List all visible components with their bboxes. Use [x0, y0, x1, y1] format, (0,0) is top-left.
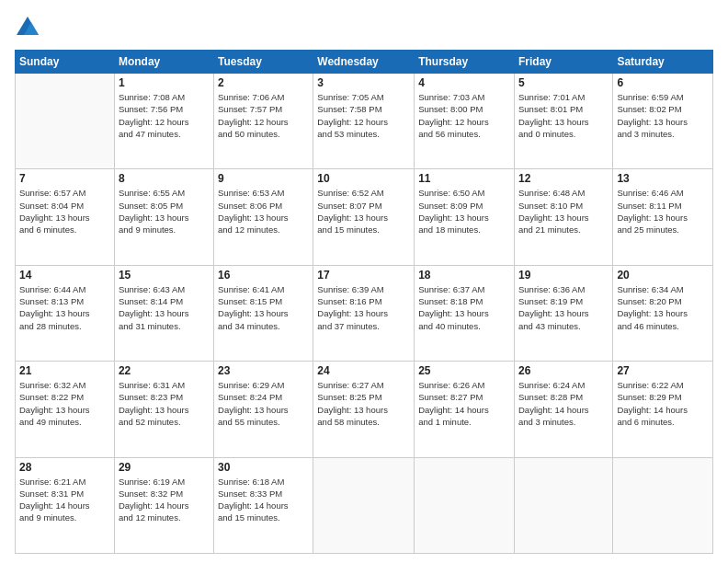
day-number: 29 [119, 461, 210, 474]
calendar-week-row: 21Sunrise: 6:32 AM Sunset: 8:22 PM Dayli… [16, 362, 713, 457]
calendar-week-row: 1Sunrise: 7:08 AM Sunset: 7:56 PM Daylig… [16, 74, 713, 169]
calendar-cell: 6Sunrise: 6:59 AM Sunset: 8:02 PM Daylig… [613, 74, 713, 169]
day-info: Sunrise: 6:39 AM Sunset: 8:16 PM Dayligh… [317, 283, 410, 332]
calendar-cell: 22Sunrise: 6:31 AM Sunset: 8:23 PM Dayli… [114, 362, 213, 457]
calendar-table: SundayMondayTuesdayWednesdayThursdayFrid… [15, 50, 713, 554]
calendar-cell: 30Sunrise: 6:18 AM Sunset: 8:33 PM Dayli… [214, 457, 313, 553]
calendar-header-friday: Friday [514, 51, 612, 74]
day-info: Sunrise: 6:32 AM Sunset: 8:22 PM Dayligh… [19, 379, 110, 428]
calendar-cell: 15Sunrise: 6:43 AM Sunset: 8:14 PM Dayli… [114, 265, 213, 361]
day-number: 20 [617, 269, 709, 282]
day-info: Sunrise: 6:48 AM Sunset: 8:10 PM Dayligh… [518, 187, 609, 236]
calendar-cell [16, 74, 115, 169]
calendar-cell: 25Sunrise: 6:26 AM Sunset: 8:27 PM Dayli… [415, 362, 515, 457]
calendar-cell: 10Sunrise: 6:52 AM Sunset: 8:07 PM Dayli… [313, 169, 415, 265]
day-info: Sunrise: 7:08 AM Sunset: 7:56 PM Dayligh… [119, 91, 210, 140]
day-info: Sunrise: 6:18 AM Sunset: 8:33 PM Dayligh… [218, 476, 309, 524]
day-number: 27 [617, 364, 709, 377]
calendar-header-sunday: Sunday [16, 51, 115, 74]
day-info: Sunrise: 6:24 AM Sunset: 8:28 PM Dayligh… [518, 379, 609, 428]
day-info: Sunrise: 7:06 AM Sunset: 7:57 PM Dayligh… [218, 91, 309, 140]
day-info: Sunrise: 6:41 AM Sunset: 8:15 PM Dayligh… [218, 283, 309, 332]
logo [15, 15, 42, 40]
calendar-header-tuesday: Tuesday [214, 51, 313, 74]
calendar-cell: 14Sunrise: 6:44 AM Sunset: 8:13 PM Dayli… [16, 265, 115, 361]
calendar-cell: 20Sunrise: 6:34 AM Sunset: 8:20 PM Dayli… [613, 265, 713, 361]
day-number: 21 [19, 364, 110, 377]
calendar-cell: 9Sunrise: 6:53 AM Sunset: 8:06 PM Daylig… [214, 169, 313, 265]
day-info: Sunrise: 6:21 AM Sunset: 8:31 PM Dayligh… [19, 476, 110, 524]
day-number: 23 [218, 364, 309, 377]
day-number: 6 [617, 76, 709, 89]
day-number: 28 [19, 461, 110, 474]
calendar-cell: 11Sunrise: 6:50 AM Sunset: 8:09 PM Dayli… [415, 169, 515, 265]
calendar-cell: 3Sunrise: 7:05 AM Sunset: 7:58 PM Daylig… [313, 74, 415, 169]
day-info: Sunrise: 6:19 AM Sunset: 8:32 PM Dayligh… [119, 476, 210, 524]
calendar-cell [514, 457, 612, 553]
day-number: 30 [218, 461, 309, 474]
day-info: Sunrise: 6:43 AM Sunset: 8:14 PM Dayligh… [119, 283, 210, 332]
calendar-header-saturday: Saturday [613, 51, 713, 74]
day-info: Sunrise: 6:50 AM Sunset: 8:09 PM Dayligh… [418, 187, 510, 236]
calendar-cell: 1Sunrise: 7:08 AM Sunset: 7:56 PM Daylig… [114, 74, 213, 169]
day-number: 26 [518, 364, 609, 377]
calendar-cell: 29Sunrise: 6:19 AM Sunset: 8:32 PM Dayli… [114, 457, 213, 553]
day-number: 13 [617, 172, 709, 185]
calendar-cell: 27Sunrise: 6:22 AM Sunset: 8:29 PM Dayli… [613, 362, 713, 457]
calendar-cell [415, 457, 515, 553]
day-number: 15 [119, 269, 210, 282]
day-number: 16 [218, 269, 309, 282]
day-info: Sunrise: 7:01 AM Sunset: 8:01 PM Dayligh… [518, 91, 609, 140]
day-info: Sunrise: 6:31 AM Sunset: 8:23 PM Dayligh… [119, 379, 210, 428]
day-info: Sunrise: 6:34 AM Sunset: 8:20 PM Dayligh… [617, 283, 709, 332]
day-number: 1 [119, 76, 210, 89]
calendar-cell: 13Sunrise: 6:46 AM Sunset: 8:11 PM Dayli… [613, 169, 713, 265]
day-info: Sunrise: 6:26 AM Sunset: 8:27 PM Dayligh… [418, 379, 510, 428]
day-number: 9 [218, 172, 309, 185]
day-number: 3 [317, 76, 410, 89]
calendar-header-thursday: Thursday [415, 51, 515, 74]
day-info: Sunrise: 6:55 AM Sunset: 8:05 PM Dayligh… [119, 187, 210, 236]
day-info: Sunrise: 6:36 AM Sunset: 8:19 PM Dayligh… [518, 283, 609, 332]
day-number: 14 [19, 269, 110, 282]
day-info: Sunrise: 7:05 AM Sunset: 7:58 PM Dayligh… [317, 91, 410, 140]
day-info: Sunrise: 6:44 AM Sunset: 8:13 PM Dayligh… [19, 283, 110, 332]
day-number: 2 [218, 76, 309, 89]
day-info: Sunrise: 6:57 AM Sunset: 8:04 PM Dayligh… [19, 187, 110, 236]
calendar-cell: 4Sunrise: 7:03 AM Sunset: 8:00 PM Daylig… [415, 74, 515, 169]
day-number: 5 [518, 76, 609, 89]
day-info: Sunrise: 6:29 AM Sunset: 8:24 PM Dayligh… [218, 379, 309, 428]
day-number: 12 [518, 172, 609, 185]
calendar-cell: 28Sunrise: 6:21 AM Sunset: 8:31 PM Dayli… [16, 457, 115, 553]
calendar-header-monday: Monday [114, 51, 213, 74]
day-number: 19 [518, 269, 609, 282]
day-info: Sunrise: 6:53 AM Sunset: 8:06 PM Dayligh… [218, 187, 309, 236]
calendar-week-row: 28Sunrise: 6:21 AM Sunset: 8:31 PM Dayli… [16, 457, 713, 553]
header [15, 15, 713, 40]
day-info: Sunrise: 7:03 AM Sunset: 8:00 PM Dayligh… [418, 91, 510, 140]
day-number: 10 [317, 172, 410, 185]
day-number: 8 [119, 172, 210, 185]
day-info: Sunrise: 6:46 AM Sunset: 8:11 PM Dayligh… [617, 187, 709, 236]
calendar-cell: 16Sunrise: 6:41 AM Sunset: 8:15 PM Dayli… [214, 265, 313, 361]
day-info: Sunrise: 6:59 AM Sunset: 8:02 PM Dayligh… [617, 91, 709, 140]
day-info: Sunrise: 6:22 AM Sunset: 8:29 PM Dayligh… [617, 379, 709, 428]
logo-icon [15, 15, 40, 40]
day-number: 25 [418, 364, 510, 377]
page: SundayMondayTuesdayWednesdayThursdayFrid… [0, 0, 728, 563]
calendar-cell: 24Sunrise: 6:27 AM Sunset: 8:25 PM Dayli… [313, 362, 415, 457]
calendar-cell: 19Sunrise: 6:36 AM Sunset: 8:19 PM Dayli… [514, 265, 612, 361]
calendar-cell: 26Sunrise: 6:24 AM Sunset: 8:28 PM Dayli… [514, 362, 612, 457]
day-number: 11 [418, 172, 510, 185]
day-number: 24 [317, 364, 410, 377]
calendar-cell: 8Sunrise: 6:55 AM Sunset: 8:05 PM Daylig… [114, 169, 213, 265]
calendar-cell: 5Sunrise: 7:01 AM Sunset: 8:01 PM Daylig… [514, 74, 612, 169]
day-info: Sunrise: 6:52 AM Sunset: 8:07 PM Dayligh… [317, 187, 410, 236]
calendar-cell [313, 457, 415, 553]
day-number: 22 [119, 364, 210, 377]
day-number: 4 [418, 76, 510, 89]
day-info: Sunrise: 6:27 AM Sunset: 8:25 PM Dayligh… [317, 379, 410, 428]
calendar-cell: 7Sunrise: 6:57 AM Sunset: 8:04 PM Daylig… [16, 169, 115, 265]
calendar-cell: 18Sunrise: 6:37 AM Sunset: 8:18 PM Dayli… [415, 265, 515, 361]
calendar-week-row: 14Sunrise: 6:44 AM Sunset: 8:13 PM Dayli… [16, 265, 713, 361]
